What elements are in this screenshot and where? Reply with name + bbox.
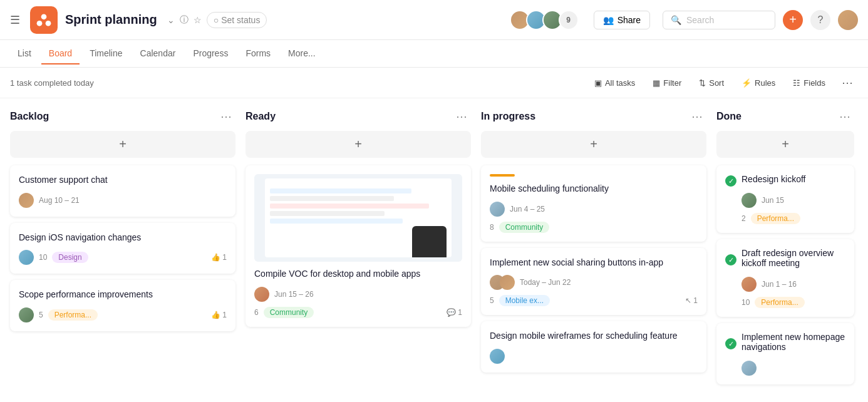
card-date: Jun 15 – 26 — [274, 290, 314, 299]
card-avatar — [741, 361, 757, 376]
card-num: 5 — [39, 311, 43, 319]
tab-timeline[interactable]: Timeline — [82, 43, 130, 64]
card-title: Scope performance improvements — [19, 289, 227, 301]
card-title: Compile VOC for desktop and mobile apps — [254, 268, 462, 281]
card-title: Customer support chat — [19, 174, 227, 187]
like-icon[interactable]: 👍 1 — [211, 311, 227, 319]
card-mobile-scheduling[interactable]: Mobile scheduling functionality Jun 4 – … — [481, 165, 706, 242]
tab-progress[interactable]: Progress — [185, 43, 235, 64]
card-title: Mobile scheduling functionality — [490, 183, 698, 195]
card-tag-perf: Performa... — [751, 213, 800, 224]
card-date: Jun 15 — [762, 196, 845, 205]
card-image-inner — [265, 178, 452, 257]
avatars-count[interactable]: 9 — [559, 10, 579, 30]
more-options-button[interactable]: ⋯ — [837, 73, 858, 93]
user-avatar[interactable] — [838, 10, 858, 30]
card-avatar — [254, 287, 269, 302]
card-num: 10 — [741, 298, 750, 307]
rules-button[interactable]: ⚡ Rules — [735, 75, 782, 91]
column-more-backlog[interactable]: ⋯ — [217, 108, 235, 125]
card-tag-community: Community — [499, 222, 550, 233]
card-redesign-kickoff[interactable]: ✓ Redesign kickoff Jun 15 2 Performa... — [716, 165, 854, 233]
tab-forms[interactable]: Forms — [238, 43, 278, 64]
star-icon[interactable]: ☆ — [194, 15, 202, 25]
card-image — [254, 174, 462, 262]
card-footer: 10 Design 👍 1 — [19, 250, 227, 265]
add-card-ready[interactable]: + — [245, 131, 471, 158]
add-card-backlog[interactable]: + — [10, 131, 235, 158]
card-scope-perf[interactable]: Scope performance improvements 5 Perform… — [10, 280, 235, 331]
card-title: Draft redesign overview kickoff meeting — [741, 248, 845, 268]
logo-icon — [35, 11, 53, 29]
column-title-done: Done — [716, 111, 835, 122]
column-title-backlog: Backlog — [10, 111, 217, 122]
project-title: Sprint planning — [65, 13, 157, 27]
rules-icon: ⚡ — [741, 78, 752, 88]
filter-button[interactable]: ▦ Filter — [646, 75, 688, 91]
add-button[interactable]: + — [783, 10, 803, 30]
team-avatars: 9 — [510, 10, 579, 30]
card-footer: Today – Jun 22 — [490, 275, 698, 290]
sort-button[interactable]: ⇅ Sort — [693, 75, 730, 91]
share-button[interactable]: 👥 Share — [594, 11, 650, 29]
mock-list — [270, 188, 447, 224]
add-card-done[interactable]: + — [716, 131, 854, 158]
column-title-ready: Ready — [245, 111, 452, 122]
card-meta: ✓ Implement new homepage navigations — [725, 332, 845, 356]
tab-calendar[interactable]: Calendar — [133, 43, 183, 64]
card-draft-redesign[interactable]: ✓ Draft redesign overview kickoff meetin… — [716, 239, 854, 317]
search-bar[interactable]: 🔍 Search — [663, 11, 775, 29]
card-homepage-nav[interactable]: ✓ Implement new homepage navigations — [716, 323, 854, 384]
card-footer: 5 Performa... 👍 1 — [19, 307, 227, 322]
card-compile-voc[interactable]: Compile VOC for desktop and mobile apps … — [245, 165, 471, 327]
nav-tabs: List Board Timeline Calendar Progress Fo… — [0, 40, 868, 68]
circle-icon: ○ — [214, 15, 219, 25]
column-header-backlog: Backlog ⋯ — [10, 108, 235, 125]
card-date: Jun 1 – 16 — [762, 280, 845, 289]
fields-button[interactable]: ☷ Fields — [787, 75, 832, 91]
sub-icon[interactable]: ↖ 1 — [685, 296, 698, 305]
card-tag-mobile: Mobile ex... — [499, 295, 550, 306]
expand-icon[interactable]: ⌄ — [167, 15, 175, 25]
column-more-inprogress[interactable]: ⋯ — [688, 108, 706, 125]
sort-icon: ⇅ — [699, 78, 706, 88]
topbar: ☰ Sprint planning ⌄ ⓘ ☆ ○ Set status 9 👥… — [0, 0, 868, 40]
card-social-sharing[interactable]: Implement new social sharing buttons in-… — [481, 248, 706, 316]
card-num: 5 — [490, 296, 494, 305]
column-more-done[interactable]: ⋯ — [835, 108, 854, 125]
menu-icon[interactable]: ☰ — [10, 13, 20, 27]
tab-list[interactable]: List — [10, 43, 39, 64]
comment-icon[interactable]: 💬 1 — [447, 308, 462, 317]
card-title: Redesign kickoff — [741, 174, 805, 184]
tab-more[interactable]: More... — [281, 43, 323, 64]
card-tag-perf: Performa... — [755, 297, 804, 308]
card-design-ios[interactable]: Design iOS navigation changes 10 Design … — [10, 223, 235, 274]
svg-point-2 — [46, 20, 51, 26]
progress-bar — [490, 174, 515, 177]
toolbar-actions: ▣ All tasks ▦ Filter ⇅ Sort ⚡ Rules ☷ Fi… — [588, 73, 858, 93]
column-more-ready[interactable]: ⋯ — [452, 108, 471, 125]
svg-point-0 — [41, 14, 47, 19]
card-wireframes[interactable]: Design mobile wireframes for scheduling … — [481, 321, 706, 373]
add-card-inprogress[interactable]: + — [481, 131, 706, 158]
column-done: Done ⋯ + ✓ Redesign kickoff Jun 15 2 Per… — [716, 108, 854, 391]
card-avatar — [490, 349, 505, 364]
done-check-icon: ✓ — [725, 338, 736, 349]
help-button[interactable]: ? — [810, 10, 830, 30]
card-title: Implement new homepage navigations — [741, 332, 845, 352]
like-icon[interactable]: 👍 1 — [211, 253, 227, 262]
card-customer-support[interactable]: Customer support chat Aug 10 – 21 — [10, 165, 235, 217]
share-icon: 👥 — [603, 15, 614, 25]
title-actions: ⌄ ⓘ ☆ ○ Set status — [167, 12, 267, 28]
tab-board[interactable]: Board — [41, 43, 80, 64]
column-inprogress: In progress ⋯ + Mobile scheduling functi… — [481, 108, 706, 379]
card-title: Design mobile wireframes for scheduling … — [490, 330, 698, 343]
set-status-button[interactable]: ○ Set status — [207, 12, 267, 28]
search-icon: 🔍 — [671, 15, 681, 25]
info-icon[interactable]: ⓘ — [180, 14, 189, 26]
card-title: Implement new social sharing buttons in-… — [490, 257, 698, 269]
all-tasks-icon: ▣ — [594, 78, 602, 88]
all-tasks-button[interactable]: ▣ All tasks — [588, 75, 641, 91]
card-meta — [490, 349, 698, 364]
card-meta: Aug 10 – 21 — [19, 193, 227, 208]
